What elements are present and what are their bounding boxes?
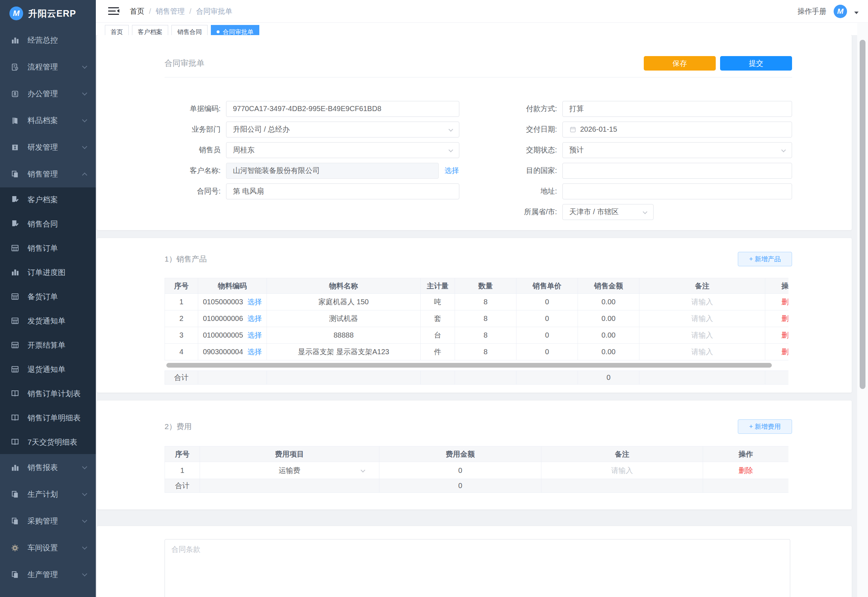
cell-seq: 3 (165, 327, 198, 344)
sidebar-item-label: 研发管理 (28, 142, 58, 152)
material-select-link[interactable]: 选择 (247, 331, 262, 339)
products-total-table: 合计 0 (164, 370, 788, 385)
fee-item-select[interactable]: 运输费 (200, 462, 379, 479)
sidebar-item-7day-delivery-report[interactable]: 7天交货明细表 (0, 430, 96, 454)
delivery-date-picker[interactable]: 2026-01-15 (562, 122, 792, 138)
cell-qty[interactable]: 8 (455, 294, 517, 310)
sidebar-item-stock-order[interactable]: 备货订单 (0, 284, 96, 309)
cell-unit-price[interactable]: 0 (517, 327, 578, 344)
customer-name-field: 山河智能装备股份有限公司 (226, 163, 439, 179)
caret-down-icon[interactable] (854, 12, 859, 14)
destination-country-input[interactable] (562, 163, 792, 179)
sidebar-item-sales-mgmt[interactable]: 销售管理 (0, 160, 96, 187)
cell-fee-amount[interactable]: 0 (379, 462, 541, 479)
delete-row-link[interactable]: 删除 (782, 348, 789, 356)
breadcrumb-home[interactable]: 首页 (130, 6, 144, 16)
sidebar-item-production-mgmt[interactable]: 生产管理 (0, 561, 96, 588)
delivery-status-select[interactable]: 预计 (562, 142, 792, 158)
material-select-link[interactable]: 选择 (247, 298, 262, 306)
sidebar-item-order-detail-report[interactable]: 销售订单明细表 (0, 405, 96, 430)
material-select-link[interactable]: 选择 (247, 315, 262, 322)
sidebar-item-customer-archive[interactable]: 客户档案 (0, 187, 96, 212)
cell-seq: 1 (165, 462, 200, 479)
cell-unit-price[interactable]: 0 (517, 344, 578, 360)
cell-seq: 2 (165, 310, 198, 327)
sidebar-item-order-plan-report[interactable]: 销售订单计划表 (0, 382, 96, 405)
avatar[interactable]: M (834, 5, 847, 18)
sidebar-item-sales-report[interactable]: 销售报表 (0, 454, 96, 481)
save-button[interactable]: 保存 (644, 56, 716, 71)
breadcrumb-sales-mgmt[interactable]: 销售管理 (156, 6, 185, 16)
cell-note-input[interactable]: 请输入 (640, 310, 765, 327)
sidebar-item-workshop-settings[interactable]: 车间设置 (0, 535, 96, 561)
contract-no-input[interactable] (226, 183, 459, 199)
collapse-sidebar-icon[interactable] (108, 7, 119, 16)
manual-link[interactable]: 操作手册 (797, 6, 827, 16)
copy-icon (11, 570, 19, 579)
cell-note-input[interactable]: 请输入 (640, 294, 765, 310)
address-input[interactable] (562, 183, 792, 199)
col-unit-price: 销售单价 (517, 278, 578, 294)
sidebar-item-business-overview[interactable]: 经营总控 (0, 27, 96, 53)
sidebar-item-shipping-notice[interactable]: 发货通知单 (0, 309, 96, 333)
cell-note-input[interactable]: 请输入 (541, 462, 703, 479)
cell-note-input[interactable]: 请输入 (640, 327, 765, 344)
cell-qty[interactable]: 8 (455, 310, 517, 327)
add-fee-button[interactable]: + 新增费用 (738, 419, 792, 434)
sidebar-item-process-mgmt[interactable]: 流程管理 (0, 53, 96, 80)
delete-row-link[interactable]: 删除 (782, 331, 789, 339)
field-value: 山河智能装备股份有限公司 (233, 166, 320, 175)
province-city-select[interactable]: 天津市 / 市辖区 (562, 204, 653, 220)
sidebar-item-purchase-mgmt[interactable]: 采购管理 (0, 508, 96, 535)
sidebar-item-office-mgmt[interactable]: 办公管理 (0, 80, 96, 107)
sidebar-item-invoice-settlement[interactable]: 开票结算单 (0, 333, 96, 357)
delete-row-link[interactable]: 删除 (782, 315, 789, 322)
sidebar-item-material-archive[interactable]: 料品档案 (0, 107, 96, 134)
cell-unit-price[interactable]: 0 (517, 294, 578, 310)
tab-contract-approval[interactable]: 合同审批单 (211, 25, 259, 35)
cell-seq: 1 (165, 294, 198, 310)
business-dept-select[interactable]: 升阳公司 / 总经办 (226, 122, 459, 138)
sidebar-item-processing-workshop[interactable]: 加工车间 (0, 588, 96, 597)
delivery-date-label: 交付日期: (462, 125, 557, 134)
add-product-button[interactable]: + 新增产品 (738, 252, 792, 266)
chevron-down-icon (449, 127, 453, 132)
page-content: 合同审批单 保存 提交 单据编码: 业务部门 升阳公司 / 总经办 (96, 35, 868, 597)
delete-row-link[interactable]: 删除 (739, 466, 753, 474)
code-value: 0100000006 (203, 315, 243, 322)
app-title: 升阳云ERP (28, 7, 76, 19)
sidebar-item-production-plan[interactable]: 生产计划 (0, 481, 96, 508)
cell-qty[interactable]: 8 (455, 344, 517, 360)
tab-home[interactable]: 首页 (105, 25, 129, 35)
chevron-down-icon (82, 91, 87, 95)
cell-note-input[interactable]: 请输入 (640, 344, 765, 360)
cell-actions: 删除 (765, 310, 789, 327)
submit-button[interactable]: 提交 (720, 56, 792, 71)
cell-qty[interactable]: 8 (455, 327, 517, 344)
app-logo[interactable]: M 升阳云ERP (0, 0, 96, 27)
sidebar-item-label: 订单进度图 (28, 267, 65, 278)
products-total-wrap: 合计 0 (164, 370, 788, 385)
tab-sales-contract[interactable]: 销售合同 (172, 25, 207, 35)
sidebar-item-sales-order[interactable]: 销售订单 (0, 236, 96, 260)
delete-row-link[interactable]: 删除 (782, 298, 789, 306)
contract-terms-textarea[interactable] (164, 539, 790, 597)
horizontal-scrollbar-thumb[interactable] (166, 363, 772, 368)
cell-material-name: 家庭机器人 150 (267, 294, 421, 310)
payment-method-input[interactable] (562, 101, 792, 117)
sidebar-item-order-progress[interactable]: 订单进度图 (0, 260, 96, 284)
cell-actions: 删除 (765, 294, 789, 310)
chevron-down-icon (82, 144, 87, 149)
cell-unit-price[interactable]: 0 (517, 310, 578, 327)
cell-material-name: 显示器支架 显示器支架A123 (267, 344, 421, 360)
salesperson-select[interactable]: 周桂东 (226, 142, 459, 158)
tab-customer-archive[interactable]: 客户档案 (132, 25, 168, 35)
material-select-link[interactable]: 选择 (247, 348, 262, 356)
vertical-scrollbar-thumb[interactable] (860, 40, 865, 389)
sidebar-item-rd-mgmt[interactable]: 研发管理 (0, 134, 96, 160)
customer-select-link[interactable]: 选择 (444, 166, 459, 175)
sidebar-item-label: 车间设置 (28, 543, 58, 553)
doc-code-input[interactable] (226, 101, 459, 117)
sidebar-item-return-notice[interactable]: 退货通知单 (0, 357, 96, 382)
sidebar-item-sales-contract[interactable]: 销售合同 (0, 212, 96, 236)
